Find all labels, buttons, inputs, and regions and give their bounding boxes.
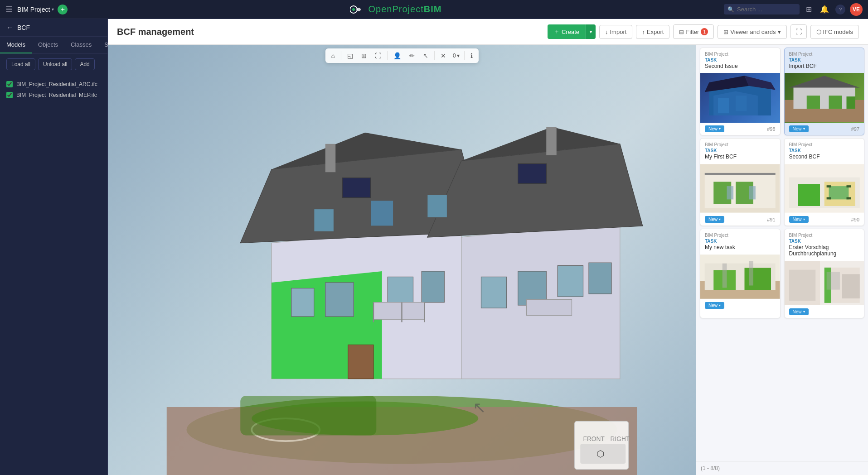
paint-button[interactable]: ✏ (406, 50, 418, 61)
card-91[interactable]: BIM Project TASK My First BCF (700, 138, 781, 226)
svg-rect-21 (373, 302, 425, 320)
person-view-button[interactable]: 👤 (390, 50, 404, 61)
card-91-status[interactable]: New ▾ (705, 216, 724, 223)
svg-rect-14 (291, 288, 314, 317)
svg-rect-59 (749, 186, 756, 199)
card-task1-image (700, 254, 780, 299)
model-checkbox-arc[interactable] (6, 81, 13, 87)
card-98-number: #98 (767, 126, 775, 132)
card-98-status-label: New (708, 126, 718, 131)
select-button[interactable]: ↖ (420, 50, 432, 61)
card-task2-status[interactable]: New ▾ (789, 308, 809, 315)
grid-icon[interactable]: ⊞ (804, 3, 814, 15)
card-98-image (700, 73, 780, 123)
svg-text:⬡: ⬡ (596, 449, 604, 459)
cut-button[interactable]: ✕ (437, 50, 449, 61)
card-task1-footer: New ▾ (700, 299, 780, 312)
bcf-header: BCF management ＋ Create ▾ ↓ Import ↑ Exp… (108, 19, 868, 45)
svg-rect-50 (806, 96, 820, 109)
sidebar-back-button[interactable]: ← BCF (0, 19, 107, 37)
card-task1[interactable]: BIM Project TASK My new task (700, 229, 781, 318)
svg-rect-66 (846, 185, 851, 187)
card-98-svg (700, 73, 780, 123)
ifc-models-button[interactable]: ⬡ IFC models (810, 25, 859, 39)
card-90[interactable]: BIM Project TASK Second BCF (784, 138, 865, 226)
svg-rect-65 (826, 185, 831, 187)
svg-rect-62 (798, 184, 820, 206)
import-label: Import (610, 29, 627, 35)
hamburger-menu[interactable]: ☰ (5, 5, 13, 14)
card-97-header: BIM Project TASK Import BCF (785, 48, 864, 73)
project-selector[interactable]: BIM Project ▾ (17, 6, 54, 13)
card-row-1: BIM Project TASK Second Issue (696, 45, 868, 137)
expand-button[interactable]: ⛶ (790, 24, 807, 39)
top-navigation: ☰ BIM Project ▾ + OpenProjectBIM 🔍 ⊞ 🔔 ?… (0, 0, 868, 19)
card-90-svg (785, 163, 864, 213)
svg-rect-29 (527, 300, 572, 316)
tab-models[interactable]: Models (0, 37, 32, 53)
card-row-2: BIM Project TASK My First BCF (696, 137, 868, 227)
card-97-project: BIM Project (789, 52, 860, 57)
toolbar-sep-3 (434, 51, 435, 60)
create-main-button[interactable]: ＋ Create (548, 24, 586, 39)
card-97[interactable]: BIM Project TASK Import BCF (784, 48, 865, 135)
card-task2[interactable]: BIM Project TASK Erster Vorschlag Durchb… (784, 229, 865, 318)
card-task1-badge-arrow: ▾ (719, 303, 721, 307)
card-98-status[interactable]: New ▾ (705, 125, 724, 132)
export-button[interactable]: ↑ Export (636, 25, 669, 39)
new-project-button[interactable]: + (58, 5, 68, 14)
3d-viewer[interactable]: ⌂ ◱ ⊞ ⛶ 👤 ✏ ↖ ✕ 0 ▾ ℹ (108, 45, 696, 475)
toolbar-sep-4 (464, 51, 465, 60)
model-item-arc[interactable]: BIM_Project_Residential_ARC.ifc (0, 79, 107, 90)
svg-point-1 (352, 8, 355, 11)
search-container[interactable]: 🔍 (724, 4, 800, 14)
add-model-button[interactable]: Add (75, 58, 94, 70)
tab-classes[interactable]: Classes (64, 37, 98, 53)
search-input[interactable] (737, 6, 796, 13)
card-task1-status[interactable]: New ▾ (705, 302, 724, 309)
card-task1-status-label: New (708, 303, 718, 308)
tab-objects[interactable]: Objects (32, 37, 64, 53)
cards-pagination: (1 - 8/8) (696, 461, 868, 475)
svg-marker-49 (789, 76, 859, 87)
info-button[interactable]: ℹ (467, 50, 476, 61)
project-dropdown-arrow: ▾ (52, 7, 54, 12)
card-91-title: My First BCF (705, 154, 776, 160)
card-98-badge-arrow: ▾ (719, 127, 721, 131)
svg-text:↖: ↖ (473, 398, 486, 416)
card-98[interactable]: BIM Project TASK Second Issue (700, 48, 781, 135)
svg-rect-52 (846, 96, 855, 109)
svg-text:FRONT: FRONT (583, 436, 605, 442)
create-label: Create (562, 29, 579, 35)
card-97-status[interactable]: New ▾ (789, 125, 809, 132)
load-all-button[interactable]: Load all (6, 58, 35, 70)
svg-rect-15 (325, 283, 354, 317)
card-91-project: BIM Project (705, 142, 776, 147)
viewer-cards-button[interactable]: ⊞ Viewer and cards ▾ (718, 25, 786, 39)
card-90-status[interactable]: New ▾ (789, 216, 809, 223)
ifc-label: IFC models (823, 29, 853, 35)
create-dropdown-button[interactable]: ▾ (586, 24, 596, 39)
svg-rect-33 (546, 127, 557, 155)
fullscreen-button[interactable]: ⛶ (372, 50, 384, 61)
import-button[interactable]: ↓ Import (599, 25, 632, 39)
filter-button[interactable]: ⊟ Filter 1 (673, 24, 714, 39)
card-91-task: TASK (705, 148, 776, 153)
card-91-image (700, 163, 780, 213)
svg-text:RIGHT: RIGHT (611, 436, 630, 442)
avatar[interactable]: VE (850, 3, 863, 16)
card-97-footer: New ▾ #97 (785, 123, 864, 135)
bell-icon[interactable]: 🔔 (818, 3, 831, 15)
model-item-mep[interactable]: BIM_Project_Residential_MEP.ifc (0, 90, 107, 101)
help-icon[interactable]: ? (835, 5, 845, 14)
cube-view-button[interactable]: ◱ (344, 50, 356, 61)
model-checkbox-mep[interactable] (6, 92, 13, 98)
grid-view-button[interactable]: ⊞ (358, 50, 370, 61)
svg-rect-58 (727, 186, 734, 199)
unload-all-button[interactable]: Unload all (38, 58, 72, 70)
home-view-button[interactable]: ⌂ (328, 50, 338, 61)
card-task1-svg (700, 254, 780, 299)
viewer-area: BCF management ＋ Create ▾ ↓ Import ↑ Exp… (108, 19, 868, 475)
model-name-mep: BIM_Project_Residential_MEP.ifc (16, 92, 97, 98)
card-90-project: BIM Project (789, 142, 860, 147)
